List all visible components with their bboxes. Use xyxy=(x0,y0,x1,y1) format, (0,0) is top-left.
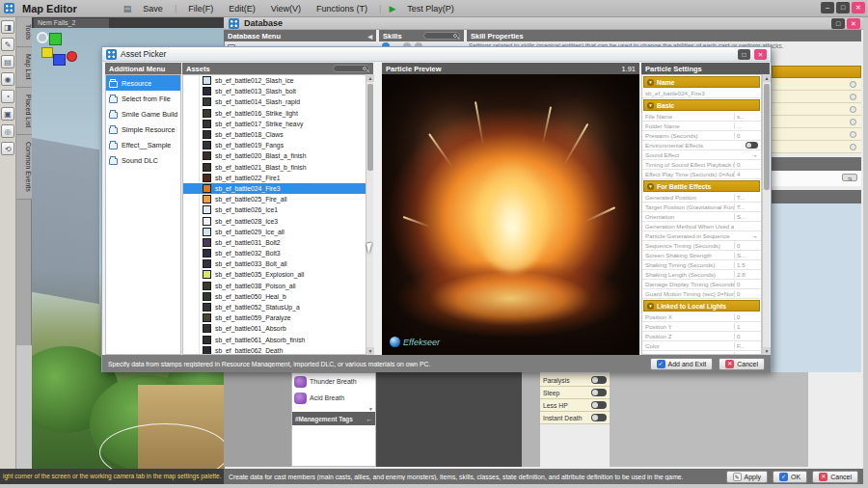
asset-list-item[interactable]: sb_ef_battle035_Explosion_all xyxy=(183,269,372,280)
close-button[interactable]: ✕ xyxy=(852,2,865,14)
settings-section-header[interactable]: ▾Basic xyxy=(643,99,760,111)
gizmo-cube-yellow[interactable] xyxy=(41,47,53,58)
settings-row[interactable]: Sequence Timing (Seconds)0 xyxy=(642,241,761,251)
toggle-switch[interactable] xyxy=(591,389,607,396)
dialog-close-button[interactable]: ✕ xyxy=(754,49,767,60)
scroll-up-icon[interactable]: ▲ xyxy=(763,74,771,82)
settings-row[interactable]: Position Z0 xyxy=(642,332,761,341)
skill-list-item[interactable]: Thunder Breath xyxy=(292,373,375,390)
additional-menu-item[interactable]: Smile Game Builder 1 xyxy=(106,106,180,122)
asset-list-item[interactable]: sb_ef_battle025_Fire_all xyxy=(183,194,372,204)
menu-file[interactable]: File(F) xyxy=(184,3,217,14)
asset-list-item[interactable]: sb_ef_battle029_Ice_all xyxy=(183,227,372,237)
menu-view[interactable]: View(V) xyxy=(267,3,305,14)
settings-row[interactable]: Generation Method When Used as... xyxy=(642,222,761,231)
settings-row[interactable]: Effect Play Time (Seconds) 0=Aut...4 xyxy=(642,170,761,179)
asset-list-item[interactable]: sb_ef_battle062_Death xyxy=(183,345,372,355)
layers-button[interactable]: ▤ xyxy=(1,55,14,68)
asset-list-item[interactable]: sb_ef_battle021_Blast_b_finish xyxy=(183,162,372,173)
apply-button[interactable]: ✎ Apply xyxy=(726,471,769,483)
property-section-header[interactable] xyxy=(772,66,861,78)
minimize-button[interactable]: – xyxy=(821,2,834,14)
asset-list-item[interactable]: sb_ef_battle031_Bolt2 xyxy=(183,237,372,248)
settings-row[interactable]: Folder Name... xyxy=(642,122,761,131)
toggle-switch[interactable] xyxy=(746,142,758,149)
settings-row[interactable]: Shaking Length (Seconds)2.8 xyxy=(642,270,761,280)
property-row[interactable] xyxy=(772,116,861,128)
edit-button[interactable]: ✎ xyxy=(1,38,14,51)
settings-row[interactable]: Environmental Effects xyxy=(642,141,761,150)
particle-preview-canvas[interactable]: Effekseer xyxy=(382,74,639,355)
skill-list-item[interactable]: Acid Breath xyxy=(292,390,375,406)
state-toggle-row[interactable]: Less HP xyxy=(540,399,610,412)
asset-list-item[interactable]: sb_ef_battle024_Fire3 xyxy=(183,183,372,194)
asset-list-item[interactable]: sb_ef_battle059_Paralyze xyxy=(183,312,372,323)
time-button[interactable]: ◔ xyxy=(1,90,14,103)
database-maximize-button[interactable]: □ xyxy=(831,18,845,29)
asset-list-item[interactable]: sb_ef_battle050_Heal_b xyxy=(183,291,372,302)
asset-list-item[interactable]: sb_ef_battle028_Ice3 xyxy=(183,215,372,226)
gizmo-sphere-red[interactable] xyxy=(67,51,77,62)
property-row[interactable] xyxy=(772,141,861,153)
state-toggle-row[interactable]: Paralysis xyxy=(540,374,610,387)
back-arrow-icon[interactable]: ← xyxy=(366,416,373,422)
asset-list-item[interactable]: sb_ef_battle014_Slash_rapid xyxy=(183,96,372,107)
db-cancel-button[interactable]: ✕ Cancel xyxy=(812,471,858,483)
scroll-up-icon[interactable]: ▲ xyxy=(366,74,374,82)
toggle-switch[interactable] xyxy=(591,414,607,421)
additional-menu-item[interactable]: Simple Resource Pack xyxy=(106,122,180,137)
map-tab[interactable]: Nem Falls_2 xyxy=(34,18,109,28)
scroll-down-icon[interactable]: ▼ xyxy=(366,347,374,355)
asset-list-item[interactable]: sb_ef_battle013_Slash_bolt xyxy=(183,86,372,96)
dialog-cancel-button[interactable]: ✕ Cancel xyxy=(719,358,765,370)
toggle-switch[interactable] xyxy=(591,376,607,384)
menu-edit[interactable]: Edit(E) xyxy=(225,3,259,14)
settings-row[interactable]: Position Y1 xyxy=(642,322,761,332)
asset-list-item[interactable]: sb_ef_battle026_Ice1 xyxy=(183,204,372,215)
asset-list-item[interactable]: sb_ef_battle016_Strike_light xyxy=(183,108,372,119)
gizmo-cube-blue[interactable] xyxy=(53,54,66,66)
settings-row[interactable]: Guard Motion Timing (sec) 0=None0 xyxy=(642,289,761,299)
toggle-switch[interactable] xyxy=(591,401,607,409)
additional-menu-item[interactable]: Effect__Sample xyxy=(106,137,180,152)
menu-save[interactable]: Save xyxy=(139,3,167,14)
settings-row[interactable]: ColorF... xyxy=(642,341,761,351)
property-row[interactable] xyxy=(772,103,861,116)
settings-row[interactable]: File Names... xyxy=(642,112,761,122)
asset-list-item[interactable]: sb_ef_battle033_Bolt_all xyxy=(183,258,372,269)
asset-list-item[interactable]: sb_ef_battle019_Fangs xyxy=(183,140,372,150)
settings-row[interactable]: Screen Shaking StrengthS... xyxy=(642,251,761,260)
settings-row[interactable]: Sound Effect→ xyxy=(642,150,761,160)
settings-row[interactable]: sb_ef_battle024_Fire3 xyxy=(642,89,761,98)
settings-section-header[interactable]: ▾For Battle Effects xyxy=(643,180,760,192)
database-close-button[interactable]: ✕ xyxy=(847,18,860,29)
asset-picker-titlebar[interactable]: Asset Picker □ ✕ xyxy=(102,47,771,62)
settings-row[interactable]: Prewarm (Seconds)0 xyxy=(642,131,761,141)
assets-scrollbar[interactable]: ▲ ▼ xyxy=(366,74,373,355)
maximize-button[interactable]: □ xyxy=(836,2,850,14)
settings-row[interactable]: Particle Generated in Sequence→ xyxy=(642,231,761,241)
additional-menu-item[interactable]: Resource xyxy=(106,75,180,91)
menu-test-play[interactable]: Test Play(P) xyxy=(403,3,458,14)
state-toggle-row[interactable]: Sleep xyxy=(540,387,610,399)
additional-menu-item[interactable]: Select from File xyxy=(106,91,180,106)
additional-menu-item[interactable]: Sound DLC xyxy=(106,152,180,168)
settings-section-header[interactable]: ▾Linked to Local Lights xyxy=(643,300,760,312)
scroll-down-icon[interactable]: ▼ xyxy=(763,347,771,355)
settings-row[interactable]: Damage Display Timing (Seconds, ...0 xyxy=(642,280,761,289)
open-picker-arrow-icon[interactable]: → xyxy=(751,232,758,239)
record-button[interactable]: ◉ xyxy=(1,72,14,86)
asset-list-item[interactable]: sb_ef_battle020_Blast_a_finish xyxy=(183,150,372,161)
asset-list-item[interactable]: sb_ef_battle061_Absorb xyxy=(183,323,372,334)
property-row[interactable] xyxy=(772,78,861,91)
asset-list-item[interactable]: sb_ef_battle038_Poison_all xyxy=(183,281,372,291)
open-picker-arrow-icon[interactable]: → xyxy=(751,151,758,158)
property-row[interactable] xyxy=(772,91,861,103)
skills-search-input[interactable] xyxy=(423,32,460,40)
settings-row[interactable]: Generated PositionT... xyxy=(642,193,761,203)
asset-list-item[interactable]: sb_ef_battle018_Claws xyxy=(183,129,372,140)
settings-section-header[interactable]: ▾Name xyxy=(643,76,760,88)
asset-list-item[interactable]: sb_ef_battle052_StatusUp_a xyxy=(183,302,372,312)
collapse-icon[interactable]: ◀ xyxy=(367,33,372,40)
asset-list-item[interactable]: sb_ef_battle061_Absorb_finish xyxy=(183,335,372,345)
